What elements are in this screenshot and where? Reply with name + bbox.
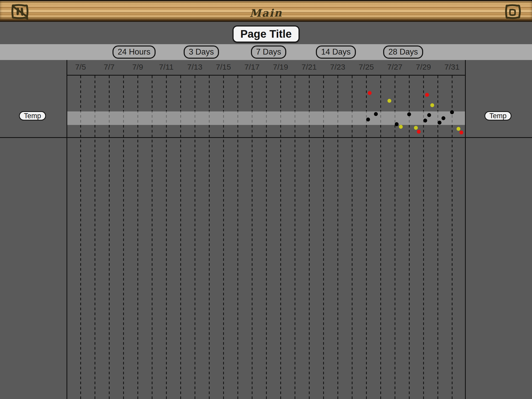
x-axis-label: 7/17 — [244, 63, 260, 71]
range-slot: 3 Days — [168, 45, 235, 59]
data-point-in-range[interactable] — [407, 112, 411, 116]
data-point-in-range[interactable] — [438, 121, 442, 125]
range-button-3-days[interactable]: 3 Days — [184, 45, 219, 59]
range-slot: 7 Days — [235, 45, 302, 59]
temp-label-left: Temp — [19, 111, 46, 121]
data-point-in-range[interactable] — [366, 118, 370, 122]
x-axis-label: 7/23 — [330, 63, 345, 71]
data-point-slightly-out-of-range[interactable] — [457, 127, 461, 131]
range-slot: 28 Days — [370, 45, 437, 59]
temp-label-right: Temp — [484, 111, 511, 121]
range-button-7-days[interactable]: 7 Days — [251, 45, 286, 59]
range-button-28-days[interactable]: 28 Days — [383, 45, 423, 59]
range-slot: 14 Days — [302, 45, 370, 59]
horizontal-divider — [0, 137, 532, 138]
x-axis-label: 7/7 — [104, 63, 115, 71]
data-point-out-of-range[interactable] — [425, 93, 429, 97]
wood-titlebar: Main — [0, 0, 532, 22]
x-axis-label: 7/5 — [75, 63, 86, 71]
range-button-14-days[interactable]: 14 Days — [316, 45, 356, 59]
x-axis-label: 7/25 — [359, 63, 374, 71]
data-point-out-of-range[interactable] — [460, 131, 463, 135]
x-axis-label: 7/19 — [273, 63, 288, 71]
data-point-slightly-out-of-range[interactable] — [414, 126, 418, 130]
data-point-in-range[interactable] — [374, 112, 378, 116]
x-axis-label: 7/29 — [416, 63, 431, 71]
window-title: Main — [0, 4, 532, 21]
data-point-in-range[interactable] — [450, 110, 454, 114]
x-axis-label: 7/15 — [216, 63, 231, 71]
data-point-out-of-range[interactable] — [368, 91, 372, 95]
x-axis-label: 7/9 — [132, 63, 143, 71]
data-point-out-of-range[interactable] — [417, 130, 421, 134]
data-point-in-range[interactable] — [442, 116, 445, 120]
overview-icon[interactable] — [503, 3, 522, 20]
x-axis-label: 7/31 — [444, 63, 460, 71]
normal-range-band — [67, 111, 465, 125]
x-axis-labels: 7/57/77/97/117/137/157/177/197/217/237/2… — [67, 60, 465, 75]
page-title[interactable]: Page Title — [232, 25, 300, 43]
x-axis-label: 7/21 — [302, 63, 317, 71]
data-point-in-range[interactable] — [427, 113, 431, 117]
temperature-chart[interactable]: 7/57/77/97/117/137/157/177/197/217/237/2… — [66, 60, 466, 399]
x-axis-label: 7/13 — [187, 63, 202, 71]
range-button-24-hours[interactable]: 24 Hours — [112, 45, 156, 59]
time-range-bar: 24 Hours3 Days7 Days14 Days28 Days — [0, 44, 532, 60]
data-point-slightly-out-of-range[interactable] — [399, 125, 403, 129]
data-point-slightly-out-of-range[interactable] — [388, 99, 391, 103]
data-point-in-range[interactable] — [423, 119, 427, 123]
data-point-in-range[interactable] — [395, 122, 399, 126]
page-title-row: Page Title — [0, 22, 532, 44]
x-axis-label: 7/11 — [159, 63, 174, 71]
data-point-slightly-out-of-range[interactable] — [430, 103, 434, 107]
range-slot: 24 Hours — [101, 45, 168, 59]
x-axis-label: 7/27 — [387, 63, 402, 71]
app-window: Main Page Title 24 Hours3 Days7 Days14 D… — [0, 0, 532, 399]
